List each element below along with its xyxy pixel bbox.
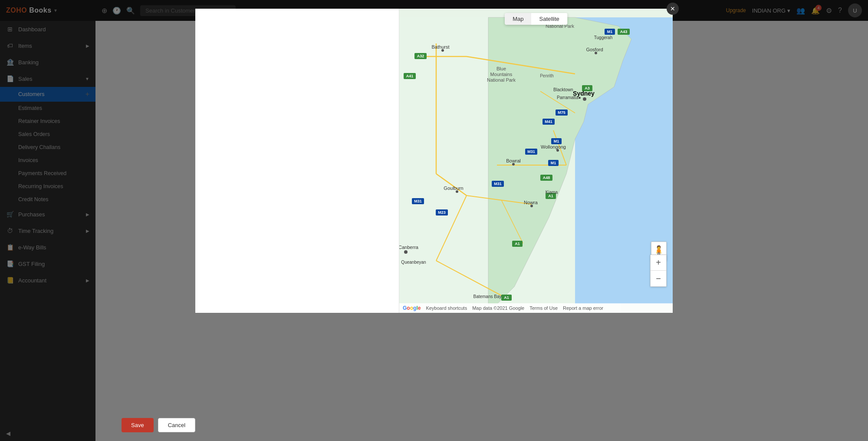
terms-of-use-link[interactable]: Terms of Use (529, 305, 558, 311)
svg-point-61 (456, 190, 458, 193)
map-container: Map Satellite (399, 21, 673, 313)
svg-text:Kiama: Kiama (546, 190, 558, 195)
svg-text:M1: M1 (607, 30, 613, 34)
svg-text:Bathurst: Bathurst (432, 44, 450, 50)
svg-text:National Park: National Park (487, 77, 516, 83)
svg-text:A41: A41 (406, 74, 414, 78)
svg-text:Blue: Blue (496, 66, 506, 71)
svg-text:A43: A43 (620, 30, 628, 34)
svg-point-57 (556, 149, 559, 152)
svg-text:Tuggerah: Tuggerah (594, 35, 612, 40)
keyboard-shortcuts-link[interactable]: Keyboard shortcuts (426, 305, 467, 311)
svg-text:A1: A1 (515, 242, 520, 246)
svg-text:Goulburn: Goulburn (444, 186, 463, 191)
map-footer: Google Keyboard shortcuts Map data ©2021… (399, 303, 673, 313)
modal-footer-buttons: Save Cancel (122, 418, 195, 432)
svg-text:M31: M31 (414, 199, 422, 203)
svg-text:Parramatta●: Parramatta● (557, 95, 581, 100)
svg-text:Gosford: Gosford (586, 47, 603, 52)
svg-text:M31: M31 (527, 149, 535, 154)
main-content: ⊕ 🕐 🔍 Upgrade INDIAN ORG ▾ 👥 🔔 4 ⚙ ? U ✕ (95, 0, 868, 441)
map-tab-satellite[interactable]: Satellite (532, 21, 567, 25)
svg-text:Queanbeyan: Queanbeyan (401, 260, 426, 265)
modal-body: Map Satellite (195, 21, 673, 313)
svg-text:Batemans Bay: Batemans Bay (473, 294, 501, 299)
svg-text:Bowral: Bowral (506, 158, 521, 163)
modal-form-panel (195, 21, 399, 313)
map-tabs: Map Satellite (505, 21, 567, 25)
map-zoom-controls: + − (650, 255, 667, 287)
svg-text:M41: M41 (545, 119, 552, 124)
svg-text:M23: M23 (438, 210, 446, 215)
map-tab-map[interactable]: Map (505, 21, 531, 25)
svg-text:Nowra: Nowra (524, 200, 538, 205)
svg-text:Blacktown: Blacktown (553, 87, 573, 92)
google-logo: Google (403, 305, 421, 311)
modal-map-panel: Map Satellite (399, 21, 673, 313)
page-content: ✕ Map Satellite (95, 21, 868, 441)
svg-point-50 (583, 97, 586, 101)
map-svg: A32 A41 M75 M41 (399, 21, 673, 313)
svg-point-63 (530, 205, 533, 207)
svg-text:M1: M1 (551, 161, 556, 165)
map-zoom-out-button[interactable]: − (651, 271, 666, 286)
map-zoom-in-button[interactable]: + (651, 255, 666, 271)
svg-text:A48: A48 (543, 176, 550, 180)
map-modal: ✕ Map Satellite (195, 21, 673, 313)
svg-text:M1: M1 (554, 139, 559, 143)
report-map-error-link[interactable]: Report a map error (563, 305, 603, 311)
svg-text:A32: A32 (417, 54, 424, 58)
svg-point-48 (441, 49, 444, 52)
cancel-button[interactable]: Cancel (158, 418, 195, 432)
svg-text:Penrith: Penrith (540, 73, 554, 78)
modal-overlay: ✕ Map Satellite (95, 21, 868, 441)
svg-text:A1: A1 (504, 295, 509, 300)
svg-point-54 (595, 52, 597, 54)
svg-text:M31: M31 (494, 182, 502, 186)
svg-point-59 (512, 163, 515, 166)
svg-text:Canberra: Canberra (399, 245, 419, 250)
svg-text:Mountains: Mountains (490, 72, 513, 77)
save-button[interactable]: Save (122, 418, 154, 432)
svg-point-66 (404, 250, 408, 254)
svg-text:M75: M75 (558, 110, 566, 115)
svg-text:Wollongong: Wollongong (541, 144, 566, 149)
map-data-label: Map data ©2021 Google (472, 305, 524, 311)
